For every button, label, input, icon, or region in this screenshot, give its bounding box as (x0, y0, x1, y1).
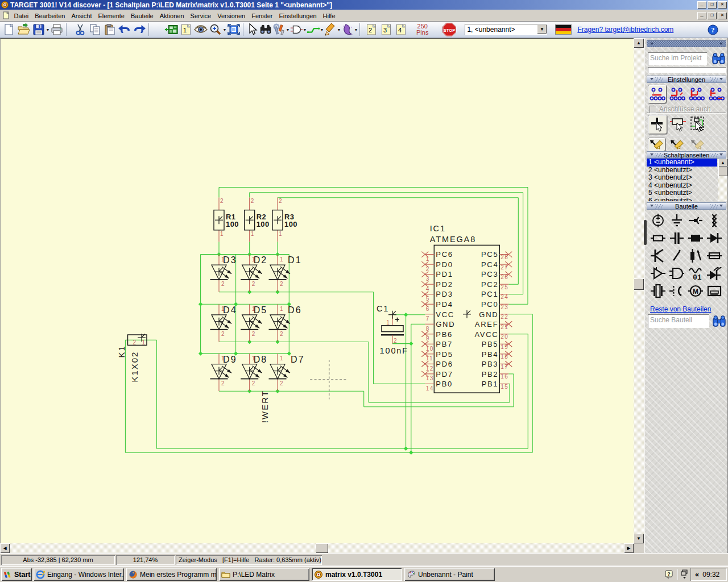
diode-icon[interactable] (707, 231, 722, 246)
page2-icon[interactable]: 2 (364, 22, 379, 37)
search-project-input[interactable]: Suche im Projekt (648, 52, 707, 65)
motor-icon[interactable]: M (688, 284, 703, 298)
restore-button[interactable]: ❐ (708, 1, 717, 9)
task-0[interactable]: Eingang - Windows Inter... (34, 568, 124, 581)
eye-icon[interactable] (193, 22, 208, 37)
relay-icon[interactable] (688, 248, 703, 263)
display-icon[interactable] (707, 284, 722, 298)
fuse-icon[interactable] (707, 248, 722, 263)
select-rect-icon[interactable] (669, 115, 688, 134)
inductor-icon[interactable] (707, 213, 722, 228)
move-edit2-icon[interactable] (669, 138, 686, 152)
horizontal-scrollbar[interactable]: ◀ ▶ (0, 543, 634, 553)
page-item-2[interactable]: 2 <unbenutzt> (647, 167, 717, 174)
tray-collapse-arrow[interactable]: « (695, 570, 699, 579)
menu-elemente[interactable]: Elemente (95, 10, 127, 21)
menu-ansicht[interactable]: Ansicht (68, 10, 95, 21)
menu-einstellungen[interactable]: Einstellungen (276, 10, 320, 21)
voltage-source-icon[interactable] (651, 213, 665, 228)
sidebar-splitter[interactable] (644, 220, 647, 245)
copy-icon[interactable] (88, 22, 102, 37)
support-link[interactable]: Fragen? target@ibfriedrich.com (577, 26, 673, 34)
page-select[interactable]: 1, <unbenannt>▼ (465, 24, 547, 35)
menu-hilfe[interactable]: Hilfe (320, 10, 338, 21)
start-button[interactable]: Start (1, 568, 32, 581)
move-edit3-icon[interactable] (689, 138, 706, 152)
undo-icon[interactable] (117, 22, 132, 37)
stop-icon[interactable]: STOP (442, 22, 457, 37)
cut-icon[interactable] (73, 22, 88, 37)
ic-socket-icon[interactable] (669, 284, 684, 298)
zoom-icon[interactable] (208, 22, 223, 37)
search-component-input[interactable]: Suche Bauteil (648, 314, 709, 328)
capacitor-icon[interactable] (669, 231, 684, 246)
mdi-minimize-button[interactable]: _ (697, 12, 706, 19)
wizard-icon-dropdown[interactable]: ▼ (354, 22, 358, 37)
paste-icon[interactable] (102, 22, 117, 37)
adc-icon[interactable]: 01 (688, 266, 703, 281)
resistor-icon[interactable] (651, 231, 665, 246)
reste-von-bauteilen-link[interactable]: Reste von Bauteilen (650, 305, 711, 313)
pointer-icon[interactable] (245, 22, 259, 37)
route-mode-2-icon[interactable] (668, 85, 686, 103)
plug-icon[interactable] (688, 213, 703, 228)
search-component-button[interactable] (712, 314, 726, 329)
print-icon[interactable] (49, 22, 64, 37)
pages-scroll-thumb[interactable] (718, 167, 727, 176)
route-mode-4-icon[interactable] (708, 85, 726, 103)
menu-bearbeiten[interactable]: Bearbeiten (32, 10, 68, 21)
help-tray-icon[interactable]: ? (665, 570, 673, 579)
page1-icon[interactable]: 1 (179, 22, 193, 37)
ground-icon[interactable] (669, 213, 684, 228)
page-item-1[interactable]: 1 <unbenannt> (647, 159, 717, 167)
led-icon[interactable] (707, 266, 722, 281)
collapsed-panel[interactable] (647, 40, 726, 47)
menu-aktionen[interactable]: Aktionen (156, 10, 187, 21)
scroll-up-button[interactable]: ▲ (634, 38, 644, 48)
page-item-6[interactable]: 6 <unbenutzt> (647, 197, 717, 202)
fit-icon[interactable] (226, 22, 241, 37)
route-mode-3-icon[interactable] (688, 85, 706, 103)
horizontal-scroll-thumb[interactable] (316, 543, 328, 553)
menu-versionen[interactable]: Versionen (214, 10, 249, 21)
pages-scrollbar[interactable]: ▲ (718, 159, 727, 201)
move-edit-icon[interactable] (648, 138, 665, 152)
panel-bauteile[interactable]: Bauteile (647, 202, 726, 210)
gate-icon[interactable] (289, 22, 303, 37)
task-2[interactable]: P:\LED Matrix (219, 568, 309, 581)
page3-icon[interactable]: 3 (379, 22, 394, 37)
select-cross-icon[interactable] (648, 115, 667, 134)
task-4[interactable]: Unbenannt - Paint (404, 568, 495, 581)
mdi-close-button[interactable]: ✕ (718, 12, 727, 19)
binoculars-icon[interactable] (259, 22, 272, 37)
panel-einstellungen[interactable]: Einstellungen (647, 76, 726, 83)
german-flag-icon[interactable] (555, 24, 572, 35)
search-project-button[interactable] (712, 52, 726, 66)
minimize-button[interactable]: _ (697, 1, 706, 9)
menu-bauteile[interactable]: Bauteile (127, 10, 156, 21)
task-3[interactable]: matrix v1.0.T3001 (312, 568, 402, 581)
menu-datei[interactable]: Datei (11, 10, 32, 21)
scroll-right-button[interactable]: ▶ (624, 543, 634, 553)
save-icon[interactable] (31, 22, 46, 37)
scroll-down-button[interactable]: ▼ (634, 534, 644, 543)
page4-icon[interactable]: 4 (394, 22, 408, 37)
vertical-scrollbar[interactable]: ▲ ▼ (634, 38, 644, 543)
help-icon[interactable]: ? (705, 22, 720, 37)
task-1[interactable]: Mein erstes Programm mi... (126, 568, 217, 581)
new-icon[interactable] (2, 22, 16, 37)
page-item-5[interactable]: 5 <unbenutzt> (647, 189, 717, 197)
schematic-canvas[interactable]: 21R110021R210021R310012D312D212D112D412D… (0, 38, 634, 543)
close-button[interactable]: ✕ (718, 1, 727, 9)
page-item-3[interactable]: 3 <unbenutzt> (647, 174, 717, 182)
thyristor-icon[interactable] (651, 248, 665, 263)
wizard-icon[interactable] (341, 22, 354, 37)
menu-fenster[interactable]: Fenster (249, 10, 276, 21)
polar-capacitor-icon[interactable] (688, 231, 703, 246)
scroll-left-button[interactable]: ◀ (0, 543, 10, 553)
window-tray-icon[interactable] (681, 569, 688, 579)
panel-schaltplanseiten[interactable]: Schaltplanseiten (647, 151, 726, 159)
vertical-scroll-thumb[interactable] (634, 278, 644, 290)
and-gate-icon[interactable] (669, 266, 684, 281)
pencil-icon[interactable] (324, 22, 337, 37)
